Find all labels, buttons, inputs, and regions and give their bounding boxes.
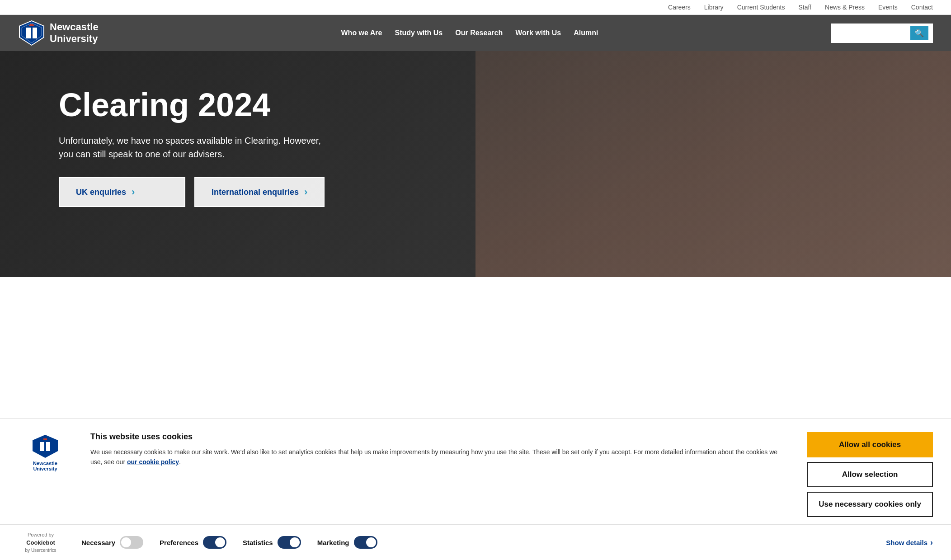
main-header: Newcastle University Who we Are Study wi…: [0, 15, 951, 51]
nav-careers[interactable]: Careers: [668, 4, 691, 11]
uk-enquiries-button[interactable]: UK enquiries ›: [59, 177, 185, 207]
hero-section: Clearing 2024 Unfortunately, we have no …: [0, 51, 951, 277]
university-logo-shield: [18, 19, 45, 47]
international-enquiries-chevron: ›: [304, 186, 307, 198]
nav-who-we-are[interactable]: Who we Are: [341, 29, 382, 37]
search-box: 🔍: [831, 24, 933, 43]
logo-text: Newcastle University: [50, 21, 99, 45]
svg-rect-3: [33, 28, 37, 38]
hero-subtitle: Unfortunately, we have no spaces availab…: [59, 134, 330, 161]
hero-title: Clearing 2024: [59, 87, 330, 123]
nav-work-with-us[interactable]: Work with Us: [515, 29, 561, 37]
logo-area: Newcastle University: [18, 19, 108, 47]
nav-staff[interactable]: Staff: [798, 4, 811, 11]
international-enquiries-label: International enquiries: [212, 188, 299, 197]
hero-buttons: UK enquiries › International enquiries ›: [59, 177, 330, 207]
nav-news-press[interactable]: News & Press: [825, 4, 865, 11]
svg-rect-2: [26, 28, 31, 38]
svg-rect-6: [29, 25, 34, 26]
hero-content: Clearing 2024 Unfortunately, we have no …: [59, 87, 330, 207]
nav-contact[interactable]: Contact: [911, 4, 933, 11]
nav-current-students[interactable]: Current Students: [737, 4, 785, 11]
nav-our-research[interactable]: Our Research: [455, 29, 503, 37]
nav-alumni[interactable]: Alumni: [574, 29, 598, 37]
nav-study-with-us[interactable]: Study with Us: [395, 29, 443, 37]
search-input[interactable]: [835, 29, 908, 37]
hero-person-image: [476, 51, 951, 277]
uk-enquiries-chevron: ›: [132, 186, 135, 198]
nav-events[interactable]: Events: [878, 4, 898, 11]
uk-enquiries-label: UK enquiries: [76, 188, 126, 197]
top-utility-nav: Careers Library Current Students Staff N…: [0, 0, 951, 15]
international-enquiries-button[interactable]: International enquiries ›: [194, 177, 325, 207]
search-button[interactable]: 🔍: [910, 26, 928, 40]
nav-library[interactable]: Library: [704, 4, 724, 11]
main-nav: Who we Are Study with Us Our Research Wo…: [122, 29, 817, 37]
